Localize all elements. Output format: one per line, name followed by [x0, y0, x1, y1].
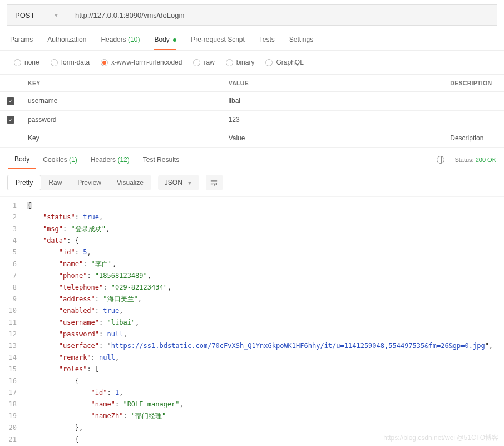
cell-key-placeholder[interactable]: Key	[21, 129, 222, 148]
cell-key[interactable]: password	[21, 110, 222, 129]
radio-icon	[193, 59, 200, 66]
code-content: "userface": "https://ss1.bdstatic.com/70…	[27, 340, 504, 352]
request-bar: POST ▼	[7, 4, 497, 26]
table-row: ✓ password 123	[0, 110, 504, 129]
code-line: 10 "enabled": true,	[0, 305, 504, 317]
code-line: 7 "phone": "18568123489",	[0, 270, 504, 282]
radio-binary-label: binary	[236, 58, 255, 66]
line-number: 4	[0, 235, 27, 247]
wrap-lines-button[interactable]	[206, 175, 223, 190]
code-content: "remark": null,	[27, 352, 504, 364]
body-type-row: none form-data x-www-form-urlencoded raw…	[0, 51, 504, 74]
fmt-tab-pretty[interactable]: Pretty	[7, 175, 41, 190]
code-line: 19 "nameZh": "部门经理"	[0, 410, 504, 422]
chevron-down-icon: ▼	[53, 12, 59, 18]
resp-tab-headers-label: Headers	[91, 156, 116, 164]
radio-icon	[265, 59, 273, 66]
response-body[interactable]: 1{2 "status": true,3 "msg": "登录成功",4 "da…	[0, 197, 504, 446]
radio-icon	[101, 59, 108, 66]
line-number: 14	[0, 352, 27, 364]
method-label: POST	[15, 11, 34, 19]
code-content: {	[27, 200, 504, 212]
line-number: 13	[0, 340, 27, 352]
tab-body[interactable]: Body	[154, 36, 176, 50]
fmt-tab-visualize[interactable]: Visualize	[109, 175, 151, 190]
lang-select[interactable]: JSON ▼	[158, 175, 199, 190]
cell-key[interactable]: username	[21, 92, 222, 111]
line-number: 16	[0, 375, 27, 387]
cell-description[interactable]	[443, 110, 504, 129]
radio-none-label: none	[24, 58, 39, 66]
line-number: 21	[0, 434, 27, 445]
tab-tests[interactable]: Tests	[259, 36, 275, 50]
resp-tab-cookies-label: Cookies	[43, 156, 67, 164]
code-content: "enabled": true,	[27, 305, 504, 317]
code-content: {	[27, 375, 504, 387]
url-input[interactable]	[67, 5, 497, 25]
tab-settings[interactable]: Settings	[289, 36, 313, 50]
line-number: 12	[0, 329, 27, 340]
table-row-new: Key Value Description	[0, 129, 504, 148]
status-block: Status: 200 OK	[454, 156, 496, 163]
code-content: "telephone": "029-82123434",	[27, 282, 504, 293]
dirty-indicator-icon	[173, 38, 176, 42]
tab-prerequest[interactable]: Pre-request Script	[191, 36, 245, 50]
resp-tab-cookies[interactable]: Cookies (1)	[36, 156, 83, 169]
radio-binary[interactable]: binary	[226, 58, 255, 66]
line-number: 3	[0, 223, 27, 235]
line-number: 7	[0, 270, 27, 282]
radio-graphql[interactable]: GraphQL	[265, 58, 303, 66]
globe-icon[interactable]	[437, 156, 444, 164]
code-line: 6 "name": "李白",	[0, 258, 504, 270]
cell-value[interactable]: libai	[222, 92, 444, 111]
code-content: "data": {	[27, 235, 504, 247]
cell-value-placeholder[interactable]: Value	[222, 129, 444, 148]
radio-none[interactable]: none	[14, 58, 39, 66]
cell-desc-placeholder[interactable]: Description	[443, 129, 504, 148]
radio-raw[interactable]: raw	[193, 58, 214, 66]
code-line: 1{	[0, 200, 504, 212]
code-line: 13 "userface": "https://ss1.bdstatic.com…	[0, 340, 504, 352]
fmt-tab-raw[interactable]: Raw	[41, 175, 70, 190]
code-content: "id": 1,	[27, 387, 504, 399]
code-line: 21 {	[0, 434, 504, 445]
resp-tab-headers[interactable]: Headers (12)	[84, 156, 136, 169]
tab-body-label: Body	[154, 36, 169, 43]
tab-params[interactable]: Params	[10, 36, 33, 50]
code-line: 9 "address": "海口美兰",	[0, 293, 504, 305]
radio-urlencoded[interactable]: x-www-form-urlencoded	[101, 58, 182, 66]
line-number: 1	[0, 200, 27, 212]
code-line: 5 "id": 5,	[0, 247, 504, 258]
cell-value[interactable]: 123	[222, 110, 444, 129]
code-content: "nameZh": "部门经理"	[27, 410, 504, 422]
radio-form-data[interactable]: form-data	[51, 58, 90, 66]
radio-form-data-label: form-data	[61, 58, 90, 66]
radio-icon	[14, 59, 21, 66]
radio-graphql-label: GraphQL	[276, 58, 303, 66]
checkbox-icon[interactable]: ✓	[7, 97, 14, 105]
line-number: 10	[0, 305, 27, 317]
method-select[interactable]: POST ▼	[7, 5, 67, 25]
tab-authorization[interactable]: Authorization	[47, 36, 86, 50]
col-key: KEY	[21, 75, 222, 92]
params-table: KEY VALUE DESCRIPTION ✓ username libai ✓…	[0, 74, 504, 148]
lang-select-label: JSON	[165, 179, 182, 187]
code-content: "roles": [	[27, 364, 504, 375]
radio-raw-label: raw	[204, 58, 214, 66]
tab-headers-count: (10)	[128, 36, 140, 43]
code-line: 18 "name": "ROLE_manager",	[0, 399, 504, 410]
code-content: "status": true,	[27, 212, 504, 223]
tab-headers[interactable]: Headers (10)	[101, 36, 140, 50]
checkbox-icon[interactable]: ✓	[7, 116, 14, 124]
resp-tab-body[interactable]: Body	[8, 155, 36, 169]
radio-urlencoded-label: x-www-form-urlencoded	[111, 58, 182, 66]
cell-description[interactable]	[443, 92, 504, 111]
fmt-tab-preview[interactable]: Preview	[70, 175, 109, 190]
chevron-down-icon: ▼	[187, 180, 192, 186]
code-line: 11 "username": "libai",	[0, 317, 504, 329]
code-line: 17 "id": 1,	[0, 387, 504, 399]
resp-tab-test-results[interactable]: Test Results	[136, 156, 186, 169]
fmt-tabs: Pretty Raw Preview Visualize	[8, 175, 151, 190]
code-content: "id": 5,	[27, 247, 504, 258]
code-content: "phone": "18568123489",	[27, 270, 504, 282]
